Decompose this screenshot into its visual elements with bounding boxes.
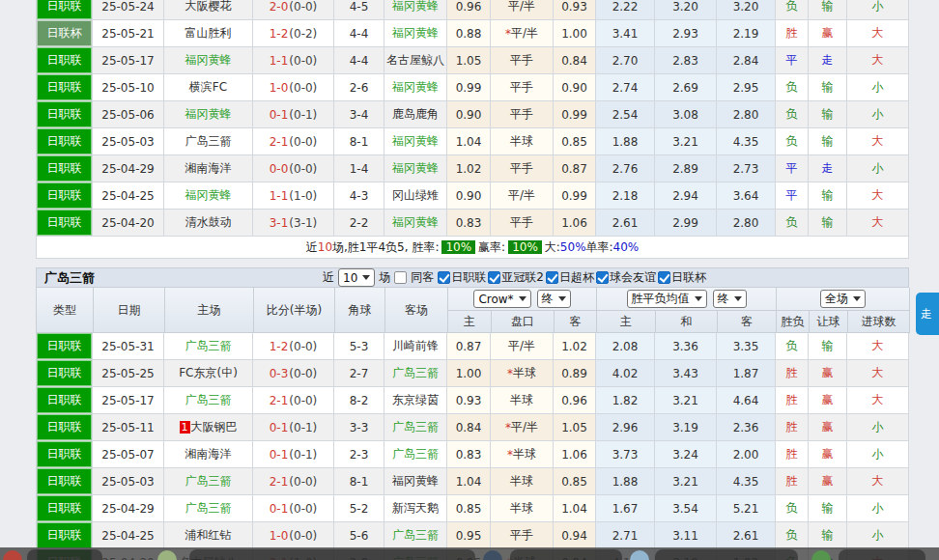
asian-home-odds-cell: 0.99	[447, 74, 491, 101]
halftime-score: (0-0)	[289, 367, 317, 380]
league-cell: 日职联	[36, 182, 93, 210]
corner-cell: 5-2	[334, 495, 384, 522]
bookmaker-select[interactable]: Crow*	[473, 290, 530, 308]
goals-over-under-cell: 小	[847, 0, 909, 20]
team-name: 富山胜利	[185, 25, 232, 42]
league-badge: 日职联	[37, 155, 92, 182]
win-odds-cell: 3.41	[596, 20, 655, 47]
match-row: 日职联25-05-24大阪樱花2-0(0-0)4-5福冈黄蜂0.96平/半0.9…	[36, 0, 909, 20]
floating-side-button-label: 走	[921, 306, 932, 322]
date-cell: 25-04-29	[93, 155, 164, 182]
result-cell: 负	[776, 0, 809, 20]
bookmaker-value: Crow*	[478, 293, 513, 306]
lose-odds-cell: 4.64	[717, 387, 776, 414]
result-group: 全场	[777, 288, 910, 311]
league-badge: 日职联	[37, 414, 92, 440]
corner-cell: 1-4	[334, 155, 384, 182]
lose-odds-cell: 3.35	[717, 333, 776, 360]
euro-time-select[interactable]: 终	[713, 290, 747, 308]
lose-odds-cell: 5.21	[717, 495, 776, 522]
taskbar-app-icon-green[interactable]	[811, 550, 831, 560]
match-row: 日职联25-05-06福冈黄蜂0-1(0-1)3-4鹿岛鹿角0.90平手0.99…	[36, 101, 909, 128]
league-checkbox[interactable]	[488, 271, 500, 284]
asian-home-odds-cell: 0.93	[447, 387, 491, 414]
lose-odds-cell: 3.64	[717, 182, 776, 210]
recent-count-select[interactable]: 10	[338, 268, 375, 287]
date-cell: 25-05-11	[93, 414, 164, 441]
asian-time-select[interactable]: 终	[537, 290, 571, 308]
floating-side-button[interactable]: 走	[916, 293, 939, 335]
euro-source-select[interactable]: 胜平负均值	[627, 290, 707, 308]
games-label: 场	[379, 269, 390, 286]
asian-home-odds-cell: 0.90	[447, 182, 491, 210]
league-filter-item: 日超杯	[546, 269, 594, 286]
summary-text: 50%	[560, 240, 586, 254]
corner-cell: 8-2	[334, 387, 384, 414]
team2-section-header: 广岛三箭 近 10 场 同客 日职联亚冠联2日超杯球会友谊日联杯	[36, 267, 909, 288]
asian-away-odds-cell: 1.06	[554, 210, 596, 237]
result-cell: 平	[776, 47, 809, 74]
team-name: 大阪樱花	[185, 0, 232, 14]
fulltime-score: 0-1	[270, 421, 289, 434]
halftime-score: (0-0)	[289, 502, 317, 516]
taskbar-window-group[interactable]	[27, 549, 102, 560]
team-name: 浦和红钻	[185, 527, 232, 544]
league-checkbox[interactable]	[596, 271, 609, 284]
goals-over-under-cell: 小	[847, 441, 909, 468]
lose-odds-cell: 2.80	[717, 101, 776, 128]
league-checkbox[interactable]	[658, 271, 670, 284]
team-name: 福冈黄蜂	[392, 214, 439, 231]
same-away-label: 同客	[411, 269, 434, 286]
fulltime-score: 1-2	[270, 27, 289, 41]
taskbar-app-icon-blue[interactable]	[630, 550, 649, 560]
lose-odds-cell: 2.61	[717, 522, 776, 549]
date-cell: 25-05-07	[93, 441, 164, 468]
column-header: 类型	[37, 288, 94, 333]
chevron-down-icon	[853, 296, 861, 301]
taskbar-window-group[interactable]	[510, 549, 622, 560]
halftime-score: (0-1)	[289, 421, 317, 434]
draw-odds-cell: 3.21	[655, 468, 717, 495]
win-odds-cell: 2.18	[596, 182, 655, 210]
halftime-score: (0-0)	[289, 394, 317, 407]
taskbar-window-group[interactable]	[189, 549, 475, 560]
draw-odds-cell: 2.94	[655, 182, 717, 210]
stats-column: 日职联25-05-24大阪樱花2-0(0-0)4-5福冈黄蜂0.96平/半0.9…	[36, 0, 909, 560]
score-cell: 0-1(0-0)	[253, 495, 334, 522]
lose-odds-cell: 2.19	[717, 20, 776, 47]
taskbar-window-group[interactable]	[655, 549, 798, 560]
taskbar-window-group[interactable]	[839, 549, 925, 560]
score-cell: 3-1(3-1)	[253, 210, 334, 237]
team-cell: 鹿岛鹿角	[384, 101, 447, 128]
handicap-result-cell: 输	[809, 128, 847, 155]
date-cell: 25-05-03	[93, 468, 164, 495]
fulltime-score: 0-1	[270, 502, 289, 516]
league-badge: 日职联	[37, 0, 92, 19]
sub-column-header: 胜负	[777, 311, 810, 333]
league-checkbox[interactable]	[546, 271, 558, 284]
league-badge: 日职联	[37, 101, 92, 127]
draw-odds-cell: 3.21	[655, 128, 717, 155]
handicap-result-cell: 赢	[809, 414, 847, 441]
same-away-checkbox[interactable]	[394, 271, 407, 284]
match-row: 日职联25-05-03广岛三箭2-1(0-0)8-1福冈黄蜂1.04半球0.85…	[36, 128, 909, 155]
column-header: 客场	[385, 288, 448, 333]
handicap-cell: 平/半	[491, 182, 554, 210]
chevron-down-icon	[695, 296, 702, 301]
taskbar-app-icon-red[interactable]	[3, 550, 22, 560]
win-odds-cell: 1.88	[596, 128, 655, 155]
taskbar-app-icon-dark[interactable]	[483, 550, 502, 560]
league-checkbox-label: 日超杯	[559, 269, 594, 286]
asian-away-odds-cell: 0.94	[554, 522, 596, 549]
taskbar[interactable]	[0, 547, 939, 560]
odds-source-row: Crow* 终 胜平负均值	[448, 288, 910, 311]
date-cell: 25-04-29	[93, 495, 164, 522]
euro-time-value: 终	[718, 291, 729, 307]
taskbar-app-icon-lightgreen[interactable]	[157, 550, 177, 560]
team-name: 福冈黄蜂	[392, 25, 439, 42]
league-cell: 日联杯	[36, 20, 93, 47]
period-select[interactable]: 全场	[820, 290, 866, 308]
team-name: 福冈黄蜂	[392, 160, 439, 177]
league-checkbox[interactable]	[438, 271, 450, 284]
match-row: 日职联25-04-25浦和红钻1-0(0-0)5-6广岛三箭0.95平手0.94…	[36, 522, 909, 549]
